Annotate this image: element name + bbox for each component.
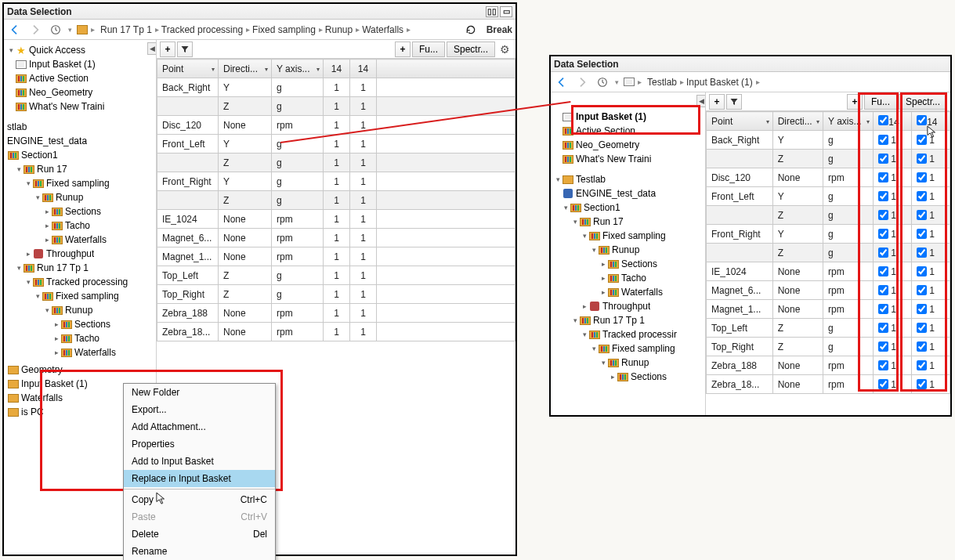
row-checkbox[interactable] xyxy=(878,210,888,220)
filter-button[interactable] xyxy=(726,94,742,110)
table-row[interactable]: Disc_120Nonerpm11 xyxy=(157,116,515,135)
row-checkbox[interactable] xyxy=(878,191,888,201)
tree-tracked-processing[interactable]: ▾Tracked processir xyxy=(552,327,704,341)
quick-item[interactable]: What's New Traini xyxy=(5,99,154,114)
tree-item[interactable]: ▸Tacho xyxy=(5,219,154,233)
tree-runup-2[interactable]: ▾Runup xyxy=(5,303,154,317)
filter-button[interactable] xyxy=(177,42,193,57)
layout-btn-2[interactable]: ▭ xyxy=(500,6,512,17)
tree-input-basket[interactable]: Input Basket (1) xyxy=(552,110,704,124)
row-checkbox[interactable] xyxy=(917,210,927,220)
row-checkbox[interactable] xyxy=(917,266,927,276)
breadcrumb-item[interactable]: Input Basket (1)▸ xyxy=(686,77,761,88)
forward-button[interactable] xyxy=(27,22,43,38)
table-row[interactable]: Zebra_188Nonerpm11 xyxy=(157,304,515,323)
col-chip-fu[interactable]: Fu... xyxy=(864,94,897,110)
breadcrumb-item[interactable]: Waterfalls▸ xyxy=(362,24,411,35)
row-checkbox[interactable] xyxy=(917,379,927,389)
breadcrumb-item[interactable]: Runup▸ xyxy=(325,24,360,35)
tree-item[interactable]: ENGINE_test_data xyxy=(5,134,154,148)
refresh-button[interactable] xyxy=(463,22,479,38)
table-row[interactable]: Top_LeftZg11 xyxy=(157,266,515,285)
table-row[interactable]: Top_LeftZg11 xyxy=(707,319,950,338)
tree-sections-2[interactable]: ▸Sections xyxy=(552,370,704,384)
quick-item[interactable]: Input Basket (1) xyxy=(5,57,154,71)
row-checkbox[interactable] xyxy=(878,229,888,239)
tree-runup[interactable]: ▾Runup xyxy=(552,243,704,257)
collapse-tree-handle[interactable]: ◀ xyxy=(696,95,706,107)
row-checkbox[interactable] xyxy=(917,323,927,333)
history-button[interactable] xyxy=(48,22,63,38)
table-row[interactable]: Magnet_6...Nonerpm11 xyxy=(157,229,515,247)
table-row[interactable]: Top_RightZg11 xyxy=(707,338,950,356)
ctx-item[interactable]: Properties xyxy=(124,435,275,453)
row-checkbox[interactable] xyxy=(878,360,888,370)
breadcrumb-item[interactable]: Testlab▸ xyxy=(647,77,685,88)
table-row[interactable]: Zg11 xyxy=(157,191,515,210)
row-checkbox[interactable] xyxy=(878,341,888,352)
tree-runup-2[interactable]: ▾Runup xyxy=(552,356,704,370)
table-row[interactable]: IE_1024Nonerpm11 xyxy=(157,210,515,229)
ctx-rename[interactable]: Rename xyxy=(124,543,275,560)
table-row[interactable]: Front_RightYg11 xyxy=(157,172,515,191)
row-checkbox[interactable] xyxy=(878,172,888,182)
quick-item[interactable]: Neo_Geometry xyxy=(552,138,704,152)
table-row[interactable]: Front_LeftYg11 xyxy=(157,135,515,154)
row-checkbox[interactable] xyxy=(917,191,927,201)
breadcrumb-item[interactable]: Run 17 Tp 1▸ xyxy=(100,24,160,35)
tree-fixed-sampling-2[interactable]: ▾Fixed sampling xyxy=(5,289,154,303)
tree-item[interactable]: ▸Sections xyxy=(5,317,154,331)
row-checkbox[interactable] xyxy=(917,285,927,295)
back-button[interactable] xyxy=(554,74,570,90)
row-checkbox[interactable] xyxy=(917,304,927,314)
tree-fixed-sampling[interactable]: ▾Fixed sampling xyxy=(552,229,704,243)
break-button[interactable]: Break xyxy=(487,24,512,35)
quick-item[interactable]: Neo_Geometry xyxy=(5,85,154,99)
collapse-tree-handle[interactable]: ◀ xyxy=(147,42,157,55)
breadcrumb-root[interactable]: ▸ xyxy=(77,25,96,34)
tree-item[interactable]: ▸Waterfalls xyxy=(5,233,154,247)
tree-item[interactable]: ▸Sections xyxy=(5,204,154,219)
table-row[interactable]: Magnet_1...Nonerpm11 xyxy=(707,300,950,319)
quick-access[interactable]: ▾★Quick Access xyxy=(5,43,154,57)
add-column-button[interactable]: + xyxy=(160,42,175,57)
tree-item[interactable]: ▸Tacho xyxy=(5,331,154,345)
row-checkbox[interactable] xyxy=(878,135,888,145)
quick-item[interactable]: Active Section xyxy=(552,124,704,138)
tree-item[interactable]: stlab xyxy=(5,120,154,134)
layout-btn-1[interactable]: ▯▯ xyxy=(486,6,498,17)
quick-item[interactable]: Active Section xyxy=(5,71,154,85)
data-grid[interactable]: Point▾ Directi...▾ Y axis...▾ 14 14 Back… xyxy=(157,59,515,341)
add-column-button[interactable]: + xyxy=(709,94,725,110)
table-row[interactable]: IE_1024Nonerpm11 xyxy=(707,262,950,281)
table-row[interactable]: Back_RightYg11 xyxy=(707,131,950,150)
ctx-item[interactable]: Export... xyxy=(124,401,275,418)
table-row[interactable]: Front_RightYg11 xyxy=(707,225,950,244)
tree-item[interactable]: ▸Waterfalls xyxy=(5,345,154,359)
tree-tracked-processing[interactable]: ▾Tracked processing xyxy=(5,275,154,289)
breadcrumb-root[interactable]: ▸ xyxy=(624,78,642,86)
row-checkbox[interactable] xyxy=(878,154,888,164)
table-row[interactable]: Zg11 xyxy=(707,150,950,168)
table-row[interactable]: Zebra_18...Nonerpm11 xyxy=(157,323,515,341)
data-grid[interactable]: Point▾ Directi...▾ Y axis...▾ 14 14 Back… xyxy=(706,111,950,394)
ctx-item[interactable]: New Folder xyxy=(124,384,275,401)
tree-runup[interactable]: ▾Runup xyxy=(5,190,154,204)
table-row[interactable]: Front_LeftYg11 xyxy=(707,187,950,206)
row-checkbox[interactable] xyxy=(878,285,888,295)
ctx-item[interactable]: Replace in Input Basket xyxy=(124,470,275,487)
tree-item[interactable]: Geometry xyxy=(5,363,154,377)
tree-throughput[interactable]: ▸Throughput xyxy=(5,247,154,261)
row-checkbox[interactable] xyxy=(917,154,927,164)
tree-run17[interactable]: ▾Run 17 xyxy=(5,162,154,176)
col-checkbox[interactable] xyxy=(878,115,888,125)
col-chip-fu[interactable]: Fu... xyxy=(412,42,445,57)
forward-button[interactable] xyxy=(574,74,590,90)
back-button[interactable] xyxy=(7,22,23,38)
row-checkbox[interactable] xyxy=(917,360,927,370)
tree-engine[interactable]: ENGINE_test_data xyxy=(552,186,704,201)
breadcrumb-item[interactable]: Tracked processing▸ xyxy=(161,24,251,35)
col-chip-spectr[interactable]: Spectr... xyxy=(447,42,495,57)
table-row[interactable]: Zg11 xyxy=(157,154,515,172)
tree-run17[interactable]: ▾Run 17 xyxy=(552,215,704,229)
